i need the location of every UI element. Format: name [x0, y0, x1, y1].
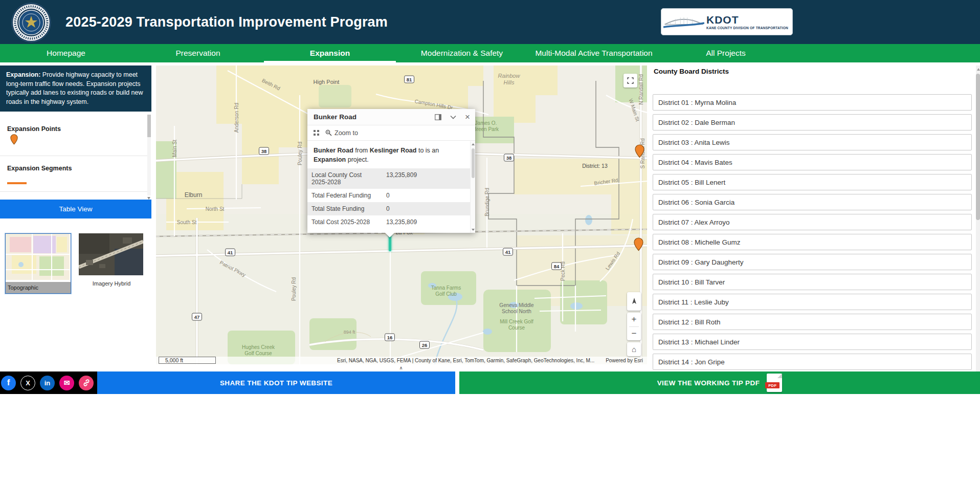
district-item[interactable]: District 03 : Anita Lewis	[653, 134, 972, 150]
zoom-out-button[interactable]: −	[627, 327, 641, 341]
footer: f X in ✉ SHARE THE KDOT TIP WEBSITE VIEW…	[0, 371, 980, 394]
tab-multi-modal[interactable]: Multi-Modal Active Transportation	[528, 44, 660, 62]
district-item[interactable]: District 08 : Michelle Gumz	[653, 234, 972, 250]
district-item[interactable]: District 06 : Sonia Garcia	[653, 194, 972, 210]
tab-modernization-safety[interactable]: Modernization & Safety	[396, 44, 528, 62]
page: 2025-2029 Transportation Improvement Pro…	[0, 0, 980, 481]
district-item[interactable]: District 11 : Leslie Juby	[653, 294, 972, 310]
tab-all-projects[interactable]: All Projects	[660, 44, 792, 62]
facebook-icon[interactable]: f	[1, 376, 16, 390]
route-shield: 84	[551, 263, 562, 270]
basemap-imagery-hybrid[interactable]: Imagery Hybrid	[79, 233, 144, 287]
county-seal-logo	[11, 3, 51, 45]
kdot-name: KDOT	[706, 14, 739, 25]
popup-attribute-table: Local County Cost 2025-202813,235,809 To…	[307, 168, 475, 229]
table-view-button[interactable]: Table View	[0, 200, 151, 218]
basemap-imagery-label: Imagery Hybrid	[79, 280, 144, 287]
home-icon: ⌂	[632, 345, 636, 354]
district-item[interactable]: District 10 : Bill Tarver	[653, 274, 972, 290]
legend-points-label: Expansion Points	[7, 125, 61, 133]
map-attribution: Esri, NASA, NGA, USGS, FEMA | County of …	[156, 357, 647, 364]
dock-icon[interactable]	[435, 114, 441, 120]
imagery-thumbnail	[79, 233, 143, 275]
district-item[interactable]: District 09 : Gary Daugherty	[653, 254, 972, 270]
feature-popup: Bunker Road × Zoom to	[307, 109, 475, 233]
district-item[interactable]: District 13 : Michael Linder	[653, 334, 972, 350]
sidebar-scrollbar[interactable]	[147, 115, 151, 195]
district-item[interactable]: District 05 : Bill Lenert	[653, 174, 972, 190]
zoom-in-button[interactable]: +	[627, 313, 641, 326]
scale-bar: 5,000 ft	[159, 357, 216, 364]
popup-pointer	[385, 233, 394, 237]
sidebar: Expansion: Provide highway capacity to m…	[0, 65, 151, 364]
table-row: Local County Cost 2025-202813,235,809	[307, 168, 475, 189]
district-item[interactable]: District 04 : Mavis Bates	[653, 154, 972, 170]
divider	[455, 371, 459, 394]
district-item[interactable]: District 14 : Jon Gripe	[653, 354, 972, 370]
x-twitter-icon[interactable]: X	[20, 376, 35, 390]
expansion-description: Expansion: Provide highway capacity to m…	[0, 65, 151, 112]
home-extent-button[interactable]: ⌂	[627, 342, 641, 356]
expansion-segment-line-icon	[7, 182, 27, 184]
route-shield: 81	[404, 76, 414, 83]
district-item[interactable]: District 01 : Myrna Molina	[653, 94, 972, 111]
route-shield: 38	[259, 147, 269, 155]
feature-menu-icon[interactable]	[314, 130, 319, 136]
share-link-icon[interactable]	[79, 376, 94, 390]
view-pdf-button[interactable]: VIEW THE WORKING TIP PDF PDF	[459, 371, 980, 394]
route-shield: 26	[419, 341, 430, 349]
main-nav: Homepage Preservation Expansion Moderniz…	[0, 44, 980, 62]
close-icon[interactable]: ×	[465, 113, 470, 121]
tab-preservation[interactable]: Preservation	[132, 44, 264, 62]
divider	[0, 191, 147, 192]
chevron-down-icon[interactable]	[450, 115, 456, 119]
share-website-button[interactable]: SHARE THE KDOT TIP WEBSITE	[97, 371, 455, 394]
expansion-point-pin[interactable]	[635, 144, 644, 160]
popup-header: Bunker Road ×	[307, 109, 475, 125]
districts-list: District 01 : Myrna Molina District 02 :…	[653, 94, 972, 374]
tab-expansion[interactable]: Expansion	[264, 44, 396, 62]
compass-button[interactable]	[627, 292, 641, 311]
basemap-topographic[interactable]: Topographic	[5, 233, 71, 294]
popup-description: Bunker Road from Keslinger Road to is an…	[314, 146, 467, 164]
attribution-text: Esri, NASA, NGA, USGS, FEMA | County of …	[337, 358, 594, 363]
scroll-up-icon[interactable]	[472, 143, 475, 145]
scroll-down-icon[interactable]	[472, 229, 475, 231]
scroll-up-icon[interactable]	[977, 68, 980, 71]
collapse-panel-tab[interactable]: ∧	[393, 364, 409, 371]
page-title: 2025-2029 Transportation Improvement Pro…	[65, 14, 388, 30]
kdot-logo: KDOT KANE COUNTY DIVISION OF TRANSPORTAT…	[661, 8, 793, 35]
route-shield: 38	[504, 154, 514, 162]
route-shield: 16	[385, 334, 395, 341]
chevron-up-icon: ∧	[399, 365, 403, 370]
magnifier-icon	[325, 129, 332, 136]
district-item[interactable]: District 12 : Bill Roth	[653, 314, 972, 330]
districts-scrollbar[interactable]	[976, 65, 980, 373]
zoom-controls: + −	[627, 313, 641, 340]
district-item[interactable]: District 02 : Dale Berman	[653, 114, 972, 130]
divider	[0, 156, 147, 156]
app-header: 2025-2029 Transportation Improvement Pro…	[0, 0, 980, 44]
fullscreen-button[interactable]	[623, 74, 637, 88]
popup-scrollbar[interactable]	[470, 141, 475, 233]
popup-actions: Zoom to	[307, 125, 475, 141]
basemap-topographic-label: Topographic	[6, 282, 71, 293]
table-row: Total Federal Funding0	[307, 189, 475, 202]
kdot-subtitle: KANE COUNTY DIVISION OF TRANSPORTATION	[706, 26, 788, 30]
social-bar: f X in ✉	[0, 371, 97, 394]
linkedin-icon[interactable]: in	[40, 376, 55, 390]
zoom-to-button[interactable]: Zoom to	[325, 129, 358, 137]
map-canvas[interactable]: High Point Rainbow Hills Campton Hills D…	[156, 65, 647, 364]
route-shield: 41	[503, 248, 513, 256]
legend-segments-label: Expansion Segments	[7, 165, 72, 172]
email-icon[interactable]: ✉	[59, 376, 74, 390]
popup-title: Bunker Road	[314, 113, 357, 121]
expansion-point-pin[interactable]	[634, 237, 643, 253]
pdf-icon: PDF	[767, 374, 782, 392]
tab-homepage[interactable]: Homepage	[0, 44, 132, 62]
scroll-down-icon[interactable]	[147, 197, 150, 200]
expansion-point-pin-icon	[10, 134, 18, 147]
topographic-thumbnail	[6, 234, 70, 280]
district-item[interactable]: District 07 : Alex Arroyo	[653, 214, 972, 230]
table-row: Total State Funding0	[307, 202, 475, 215]
